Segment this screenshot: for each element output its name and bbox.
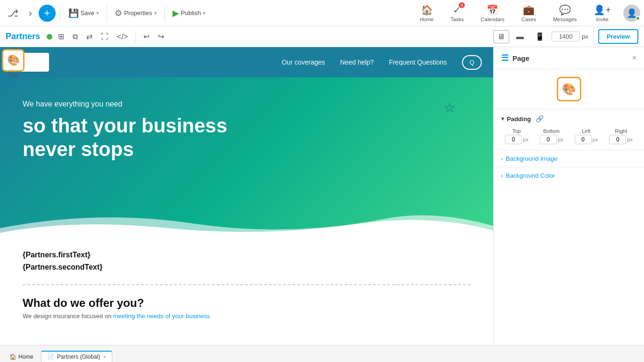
- mobile-viewport-btn[interactable]: 📱: [531, 30, 549, 43]
- page-icon[interactable]: 🎨: [2, 49, 25, 72]
- panel-title-text: Page: [512, 54, 529, 62]
- toolbar-left: ⎇ › + 💾 Save ▾ ⚙ Properties ▾ ▶ Publish …: [4, 5, 413, 22]
- partner-vars: {Partners.firstText} {Partners.secondTex…: [23, 249, 471, 273]
- padding-label: Padding: [507, 115, 531, 123]
- offer-title: What do we offer you?: [23, 296, 471, 310]
- toolbar-right: 🏠 Home ✓ 9 Tasks 📅 Calendars 💼 Cases 💬 M…: [415, 2, 640, 24]
- padding-top-field: Top px: [501, 128, 532, 144]
- back-button[interactable]: ⎇: [4, 6, 22, 21]
- code-tool[interactable]: </>: [114, 31, 131, 43]
- nav-calendars[interactable]: 📅 Calendars: [476, 2, 509, 24]
- palette-icon: 🎨: [7, 54, 20, 66]
- site-nav: Our coverages Need help? Frequent Questi…: [281, 55, 482, 70]
- tab-close-button[interactable]: ×: [103, 354, 106, 360]
- code-icon: </>: [117, 33, 128, 41]
- padding-bottom-label: Bottom: [543, 128, 560, 134]
- panel-page-icon[interactable]: 🎨: [557, 77, 581, 101]
- tablet-viewport-btn[interactable]: ▬: [512, 30, 528, 43]
- canvas-area: 🎨 Page Our coverages Need help? Frequent…: [0, 47, 493, 345]
- padding-top-input-row: px: [505, 135, 528, 144]
- nav-home[interactable]: 🏠 Home: [415, 2, 438, 24]
- panel-icon-container: 🎨: [494, 69, 644, 109]
- publish-button[interactable]: ▶ Publish ▾: [170, 6, 209, 20]
- gear-icon: ⚙: [115, 8, 122, 18]
- home-tab-label: Home: [18, 354, 33, 360]
- properties-button[interactable]: ⚙ Properties ▾: [112, 6, 159, 20]
- padding-left-field: Left px: [571, 128, 602, 144]
- undo-button[interactable]: ↩: [140, 30, 152, 43]
- layers-icon: ⧉: [73, 33, 78, 41]
- flow-icon: ⇄: [86, 32, 92, 41]
- grid-tool[interactable]: ⊞: [55, 30, 67, 43]
- panel-list-icon: ☰: [501, 53, 509, 63]
- tool-sep-1: [135, 31, 136, 42]
- partner-var1: {Partners.firstText}: [23, 249, 471, 261]
- panel-palette-icon: 🎨: [562, 82, 576, 96]
- active-tab-label: Partners (Global): [57, 354, 100, 360]
- padding-top-label: Top: [512, 128, 521, 134]
- add-button[interactable]: +: [39, 5, 56, 22]
- redo-icon: ↪: [158, 32, 164, 41]
- hero-title-line1: so that your business: [23, 115, 227, 137]
- nav-link-help[interactable]: Need help?: [340, 58, 374, 66]
- padding-top-px: px: [523, 137, 528, 142]
- nav-link-faq[interactable]: Frequent Questions: [389, 58, 447, 66]
- home-label: Home: [420, 16, 433, 22]
- invite-icon: 👤+: [594, 4, 611, 16]
- status-indicator: [47, 34, 52, 40]
- padding-section-header[interactable]: ▾ Padding 🔗: [501, 115, 636, 123]
- padding-link-icon: 🔗: [536, 115, 544, 123]
- invite-label: Invite: [596, 16, 609, 22]
- nav-link-coverages[interactable]: Our coverages: [281, 58, 325, 66]
- redo-button[interactable]: ↪: [155, 30, 167, 43]
- padding-left-input[interactable]: [575, 135, 592, 144]
- padding-top-input[interactable]: [505, 135, 522, 144]
- divider-2: [107, 5, 107, 22]
- user-avatar-container[interactable]: 👤: [623, 5, 640, 22]
- save-button[interactable]: 💾 Save ▾: [66, 6, 102, 20]
- padding-bottom-input[interactable]: [540, 135, 557, 144]
- top-toolbar: ⎇ › + 💾 Save ▾ ⚙ Properties ▾ ▶ Publish …: [0, 0, 644, 26]
- padding-bottom-px: px: [558, 137, 563, 142]
- hero-title-line2: never stops: [23, 138, 134, 160]
- star-icon: ☆: [444, 100, 455, 115]
- cases-label: Cases: [521, 16, 536, 22]
- nav-messages[interactable]: 💬 Messages: [548, 2, 581, 24]
- page-title: Partners: [6, 32, 40, 41]
- width-input[interactable]: [552, 32, 580, 41]
- nav-tasks[interactable]: ✓ 9 Tasks: [446, 2, 469, 24]
- hero-title: so that your business never stops: [23, 114, 258, 162]
- website-preview: Our coverages Need help? Frequent Questi…: [0, 47, 493, 345]
- padding-right-input[interactable]: [609, 135, 626, 144]
- background-color-section[interactable]: › Background Color: [494, 167, 644, 184]
- padding-bottom-input-row: px: [540, 135, 563, 144]
- desktop-icon: 🖥: [497, 33, 505, 41]
- publish-icon: ▶: [173, 8, 179, 18]
- crop-tool[interactable]: ⛶: [98, 31, 111, 43]
- save-chevron-icon: ▾: [96, 10, 99, 16]
- padding-right-label: Right: [615, 128, 627, 134]
- padding-left-label: Left: [582, 128, 590, 134]
- tasks-label: Tasks: [451, 16, 464, 22]
- bg-image-chevron-icon: ›: [501, 156, 503, 162]
- divider-3: [165, 5, 165, 22]
- partner-var2: {Partners.secondText}: [23, 261, 471, 273]
- layers-tool[interactable]: ⧉: [70, 31, 81, 43]
- nav-cases[interactable]: 💼 Cases: [517, 2, 541, 24]
- divider-1: [60, 5, 61, 22]
- site-nav-button[interactable]: Q: [462, 55, 482, 70]
- home-icon: 🏠: [421, 4, 433, 16]
- partners-tab[interactable]: 📄 Partners (Global) ×: [41, 351, 112, 362]
- flow-tool[interactable]: ⇄: [83, 30, 95, 43]
- home-tab[interactable]: 🏠 Home: [4, 352, 39, 362]
- preview-button[interactable]: Preview: [598, 29, 638, 44]
- right-panel: ☰ Page × 🎨 ▾ Padding 🔗 Top: [493, 47, 644, 345]
- desktop-viewport-btn[interactable]: 🖥: [493, 30, 509, 43]
- tool-sep-2: [593, 31, 594, 42]
- expand-button[interactable]: ›: [25, 6, 36, 20]
- save-label: Save: [81, 9, 95, 16]
- panel-close-button[interactable]: ×: [632, 54, 636, 62]
- site-header: Our coverages Need help? Frequent Questi…: [0, 47, 493, 77]
- nav-invite[interactable]: 👤+ Invite: [589, 2, 616, 24]
- background-image-section[interactable]: › Background Image: [494, 150, 644, 167]
